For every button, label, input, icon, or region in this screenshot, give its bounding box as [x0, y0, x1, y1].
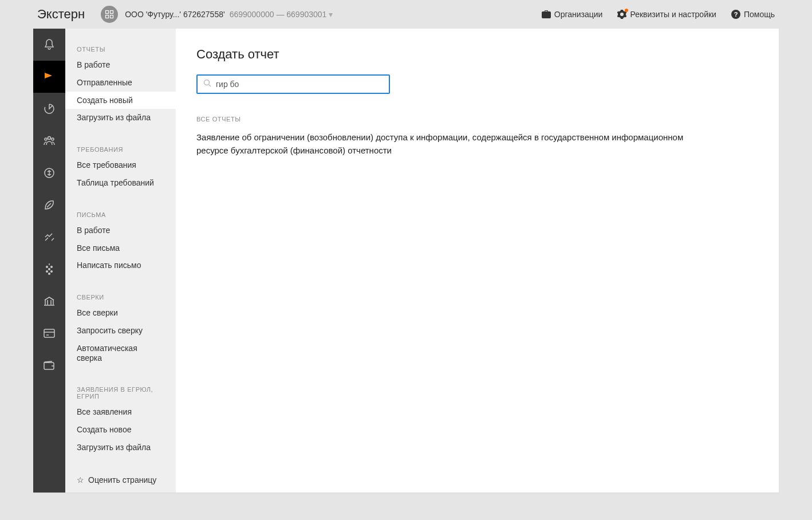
search-field-wrapper[interactable]	[196, 74, 390, 94]
results-section-label: ВСЕ ОТЧЕТЫ	[196, 116, 758, 123]
sidebar-item-auto-recon[interactable]: Автоматическая сверка	[65, 340, 176, 367]
rail-wallet[interactable]	[33, 349, 65, 381]
sidebar-section-letters: ПИСЬМА В работе Все письма Написать пись…	[65, 207, 176, 274]
sidebar-header: ЗАЯВЛЕНИЯ В ЕГРЮЛ, ЕГРИП	[65, 381, 176, 403]
sidebar: ОТЧЕТЫ В работе Отправленные Создать нов…	[65, 29, 176, 493]
help-icon: ?	[731, 10, 740, 19]
rail-coin[interactable]	[33, 157, 65, 189]
rate-page-label: Оценить страницу	[88, 475, 156, 484]
svg-point-13	[46, 270, 48, 273]
search-input[interactable]	[216, 80, 383, 89]
rail-people[interactable]	[33, 125, 65, 157]
svg-point-8	[52, 138, 54, 140]
svg-rect-2	[106, 15, 109, 18]
svg-rect-0	[106, 11, 109, 14]
sidebar-header: ОТЧЕТЫ	[65, 41, 176, 56]
page-title: Создать отчет	[196, 47, 758, 62]
sidebar-header: ПИСЬМА	[65, 207, 176, 222]
search-result-item[interactable]: Заявление об ограничении (возобновлении)…	[196, 131, 700, 157]
rail-grapes[interactable]	[33, 253, 65, 285]
sidebar-item-all-requirements[interactable]: Все требования	[65, 156, 176, 174]
svg-point-6	[48, 137, 51, 140]
rail-reports[interactable]	[33, 61, 65, 93]
main-content: Создать отчет ВСЕ ОТЧЕТЫ Заявление об ог…	[176, 29, 779, 493]
sidebar-item-letters-in-work[interactable]: В работе	[65, 222, 176, 239]
search-icon	[203, 79, 211, 89]
sidebar-header: СВЕРКИ	[65, 289, 176, 304]
svg-rect-16	[44, 329, 54, 337]
rail-notifications[interactable]	[33, 29, 65, 61]
sidebar-item-upload-application[interactable]: Загрузить из файла	[65, 439, 176, 456]
sidebar-item-request-recon[interactable]: Запросить сверку	[65, 322, 176, 340]
svg-point-14	[50, 270, 53, 273]
notification-dot	[625, 9, 628, 12]
rail-tools[interactable]	[33, 221, 65, 253]
org-codes-text: 6699000000 — 669903001	[230, 10, 327, 19]
nav-rail	[33, 29, 65, 493]
svg-point-7	[45, 138, 47, 140]
chevron-down-icon: ▾	[329, 10, 333, 19]
app-shell: ОТЧЕТЫ В работе Отправленные Создать нов…	[33, 29, 779, 493]
rail-analytics[interactable]	[33, 93, 65, 125]
gear-icon	[617, 10, 626, 19]
sidebar-section-applications: ЗАЯВЛЕНИЯ В ЕГРЮЛ, ЕГРИП Все заявления С…	[65, 381, 176, 456]
settings-label: Реквизиты и настройки	[630, 10, 716, 19]
org-switcher-icon[interactable]	[101, 6, 118, 23]
sidebar-item-create-application[interactable]: Создать новое	[65, 421, 176, 439]
sidebar-item-write-letter[interactable]: Написать письмо	[65, 257, 176, 274]
sidebar-section-reconciliations: СВЕРКИ Все сверки Запросить сверку Автом…	[65, 289, 176, 367]
org-codes-dropdown[interactable]: 6699000000 — 669903001 ▾	[230, 10, 333, 19]
star-icon: ☆	[77, 475, 84, 484]
sidebar-item-create-new[interactable]: Создать новый	[65, 92, 176, 109]
sidebar-item-sent[interactable]: Отправленные	[65, 74, 176, 92]
sidebar-item-upload[interactable]: Загрузить из файла	[65, 109, 176, 127]
rail-leaf[interactable]	[33, 189, 65, 221]
rail-card[interactable]	[33, 317, 65, 349]
help-link[interactable]: ? Помощь	[731, 10, 775, 19]
rail-institution[interactable]	[33, 285, 65, 317]
svg-point-11	[50, 266, 53, 268]
sidebar-item-all-letters[interactable]: Все письма	[65, 239, 176, 257]
svg-rect-3	[111, 15, 113, 18]
briefcase-icon	[542, 10, 551, 18]
rate-page-button[interactable]: ☆ Оценить страницу	[65, 471, 176, 489]
sidebar-item-in-work[interactable]: В работе	[65, 56, 176, 74]
sidebar-item-all-recon[interactable]: Все сверки	[65, 304, 176, 322]
svg-text:?: ?	[734, 11, 738, 18]
sidebar-item-requirements-table[interactable]: Таблица требований	[65, 174, 176, 192]
app-logo: Экстерн	[37, 7, 85, 22]
sidebar-item-all-applications[interactable]: Все заявления	[65, 403, 176, 421]
svg-point-10	[46, 266, 48, 268]
settings-link[interactable]: Реквизиты и настройки	[617, 10, 716, 19]
organizations-label: Организации	[554, 10, 603, 19]
sidebar-header: ТРЕБОВАНИЯ	[65, 141, 176, 156]
help-label: Помощь	[744, 10, 775, 19]
sidebar-section-requirements: ТРЕБОВАНИЯ Все требования Таблица требов…	[65, 141, 176, 192]
top-bar: Экстерн ООО 'Футуру...' 672627558' 66990…	[0, 0, 812, 29]
svg-point-12	[48, 268, 50, 270]
org-name[interactable]: ООО 'Футуру...' 672627558'	[125, 10, 225, 19]
sidebar-section-reports: ОТЧЕТЫ В работе Отправленные Создать нов…	[65, 41, 176, 127]
svg-point-15	[48, 273, 50, 275]
svg-point-17	[204, 80, 210, 85]
organizations-link[interactable]: Организации	[542, 10, 603, 19]
svg-rect-1	[111, 11, 113, 14]
